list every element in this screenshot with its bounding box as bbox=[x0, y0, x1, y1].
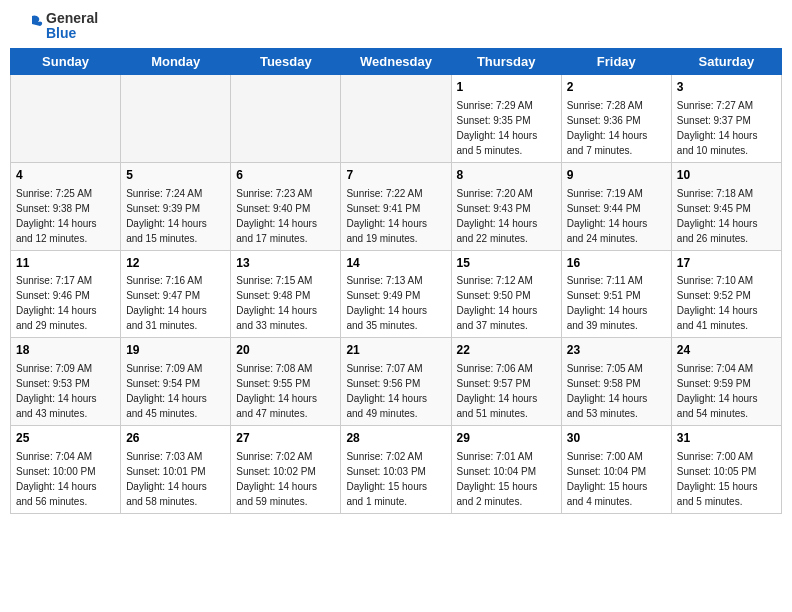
day-number: 9 bbox=[567, 167, 666, 184]
logo-bird-icon bbox=[14, 10, 46, 42]
day-info: Sunrise: 7:19 AM Sunset: 9:44 PM Dayligh… bbox=[567, 186, 666, 246]
weekday-header-row: SundayMondayTuesdayWednesdayThursdayFrid… bbox=[11, 49, 782, 75]
day-number: 17 bbox=[677, 255, 776, 272]
calendar-cell: 3Sunrise: 7:27 AM Sunset: 9:37 PM Daylig… bbox=[671, 75, 781, 163]
day-info: Sunrise: 7:13 AM Sunset: 9:49 PM Dayligh… bbox=[346, 273, 445, 333]
calendar-cell: 6Sunrise: 7:23 AM Sunset: 9:40 PM Daylig… bbox=[231, 162, 341, 250]
day-info: Sunrise: 7:17 AM Sunset: 9:46 PM Dayligh… bbox=[16, 273, 115, 333]
day-info: Sunrise: 7:02 AM Sunset: 10:02 PM Daylig… bbox=[236, 449, 335, 509]
calendar-cell: 16Sunrise: 7:11 AM Sunset: 9:51 PM Dayli… bbox=[561, 250, 671, 338]
day-info: Sunrise: 7:22 AM Sunset: 9:41 PM Dayligh… bbox=[346, 186, 445, 246]
calendar-cell: 26Sunrise: 7:03 AM Sunset: 10:01 PM Dayl… bbox=[121, 426, 231, 514]
day-info: Sunrise: 7:12 AM Sunset: 9:50 PM Dayligh… bbox=[457, 273, 556, 333]
day-info: Sunrise: 7:24 AM Sunset: 9:39 PM Dayligh… bbox=[126, 186, 225, 246]
day-info: Sunrise: 7:18 AM Sunset: 9:45 PM Dayligh… bbox=[677, 186, 776, 246]
logo-general-text: General bbox=[46, 11, 98, 26]
calendar-week-row: 1Sunrise: 7:29 AM Sunset: 9:35 PM Daylig… bbox=[11, 75, 782, 163]
day-number: 7 bbox=[346, 167, 445, 184]
day-number: 13 bbox=[236, 255, 335, 272]
calendar-cell: 14Sunrise: 7:13 AM Sunset: 9:49 PM Dayli… bbox=[341, 250, 451, 338]
calendar-cell bbox=[11, 75, 121, 163]
day-number: 8 bbox=[457, 167, 556, 184]
day-number: 22 bbox=[457, 342, 556, 359]
page-header: GeneralBlue bbox=[10, 10, 782, 42]
day-info: Sunrise: 7:27 AM Sunset: 9:37 PM Dayligh… bbox=[677, 98, 776, 158]
day-number: 26 bbox=[126, 430, 225, 447]
calendar-cell bbox=[341, 75, 451, 163]
day-info: Sunrise: 7:20 AM Sunset: 9:43 PM Dayligh… bbox=[457, 186, 556, 246]
day-number: 4 bbox=[16, 167, 115, 184]
calendar-cell: 10Sunrise: 7:18 AM Sunset: 9:45 PM Dayli… bbox=[671, 162, 781, 250]
day-number: 15 bbox=[457, 255, 556, 272]
calendar-cell: 1Sunrise: 7:29 AM Sunset: 9:35 PM Daylig… bbox=[451, 75, 561, 163]
weekday-header-thursday: Thursday bbox=[451, 49, 561, 75]
day-number: 14 bbox=[346, 255, 445, 272]
day-info: Sunrise: 7:23 AM Sunset: 9:40 PM Dayligh… bbox=[236, 186, 335, 246]
day-info: Sunrise: 7:09 AM Sunset: 9:53 PM Dayligh… bbox=[16, 361, 115, 421]
calendar-cell: 11Sunrise: 7:17 AM Sunset: 9:46 PM Dayli… bbox=[11, 250, 121, 338]
calendar-cell: 17Sunrise: 7:10 AM Sunset: 9:52 PM Dayli… bbox=[671, 250, 781, 338]
day-number: 25 bbox=[16, 430, 115, 447]
calendar-cell bbox=[231, 75, 341, 163]
day-number: 27 bbox=[236, 430, 335, 447]
day-info: Sunrise: 7:00 AM Sunset: 10:05 PM Daylig… bbox=[677, 449, 776, 509]
day-number: 29 bbox=[457, 430, 556, 447]
weekday-header-monday: Monday bbox=[121, 49, 231, 75]
calendar-cell: 29Sunrise: 7:01 AM Sunset: 10:04 PM Dayl… bbox=[451, 426, 561, 514]
day-info: Sunrise: 7:06 AM Sunset: 9:57 PM Dayligh… bbox=[457, 361, 556, 421]
day-number: 20 bbox=[236, 342, 335, 359]
calendar-week-row: 11Sunrise: 7:17 AM Sunset: 9:46 PM Dayli… bbox=[11, 250, 782, 338]
day-number: 11 bbox=[16, 255, 115, 272]
day-info: Sunrise: 7:01 AM Sunset: 10:04 PM Daylig… bbox=[457, 449, 556, 509]
day-info: Sunrise: 7:04 AM Sunset: 9:59 PM Dayligh… bbox=[677, 361, 776, 421]
calendar-cell: 30Sunrise: 7:00 AM Sunset: 10:04 PM Dayl… bbox=[561, 426, 671, 514]
calendar-cell: 24Sunrise: 7:04 AM Sunset: 9:59 PM Dayli… bbox=[671, 338, 781, 426]
day-info: Sunrise: 7:04 AM Sunset: 10:00 PM Daylig… bbox=[16, 449, 115, 509]
calendar-cell: 23Sunrise: 7:05 AM Sunset: 9:58 PM Dayli… bbox=[561, 338, 671, 426]
calendar-cell: 7Sunrise: 7:22 AM Sunset: 9:41 PM Daylig… bbox=[341, 162, 451, 250]
calendar-week-row: 18Sunrise: 7:09 AM Sunset: 9:53 PM Dayli… bbox=[11, 338, 782, 426]
day-number: 19 bbox=[126, 342, 225, 359]
weekday-header-sunday: Sunday bbox=[11, 49, 121, 75]
calendar-cell: 15Sunrise: 7:12 AM Sunset: 9:50 PM Dayli… bbox=[451, 250, 561, 338]
day-number: 16 bbox=[567, 255, 666, 272]
calendar-cell bbox=[121, 75, 231, 163]
logo: GeneralBlue bbox=[14, 10, 98, 42]
calendar-table: SundayMondayTuesdayWednesdayThursdayFrid… bbox=[10, 48, 782, 514]
calendar-cell: 12Sunrise: 7:16 AM Sunset: 9:47 PM Dayli… bbox=[121, 250, 231, 338]
calendar-cell: 8Sunrise: 7:20 AM Sunset: 9:43 PM Daylig… bbox=[451, 162, 561, 250]
day-info: Sunrise: 7:07 AM Sunset: 9:56 PM Dayligh… bbox=[346, 361, 445, 421]
calendar-cell: 31Sunrise: 7:00 AM Sunset: 10:05 PM Dayl… bbox=[671, 426, 781, 514]
calendar-cell: 21Sunrise: 7:07 AM Sunset: 9:56 PM Dayli… bbox=[341, 338, 451, 426]
calendar-cell: 28Sunrise: 7:02 AM Sunset: 10:03 PM Dayl… bbox=[341, 426, 451, 514]
calendar-cell: 2Sunrise: 7:28 AM Sunset: 9:36 PM Daylig… bbox=[561, 75, 671, 163]
weekday-header-wednesday: Wednesday bbox=[341, 49, 451, 75]
weekday-header-tuesday: Tuesday bbox=[231, 49, 341, 75]
day-number: 12 bbox=[126, 255, 225, 272]
day-info: Sunrise: 7:16 AM Sunset: 9:47 PM Dayligh… bbox=[126, 273, 225, 333]
day-info: Sunrise: 7:29 AM Sunset: 9:35 PM Dayligh… bbox=[457, 98, 556, 158]
weekday-header-friday: Friday bbox=[561, 49, 671, 75]
day-info: Sunrise: 7:10 AM Sunset: 9:52 PM Dayligh… bbox=[677, 273, 776, 333]
day-number: 10 bbox=[677, 167, 776, 184]
day-number: 2 bbox=[567, 79, 666, 96]
day-number: 28 bbox=[346, 430, 445, 447]
day-info: Sunrise: 7:28 AM Sunset: 9:36 PM Dayligh… bbox=[567, 98, 666, 158]
day-number: 30 bbox=[567, 430, 666, 447]
day-number: 1 bbox=[457, 79, 556, 96]
day-info: Sunrise: 7:09 AM Sunset: 9:54 PM Dayligh… bbox=[126, 361, 225, 421]
calendar-week-row: 25Sunrise: 7:04 AM Sunset: 10:00 PM Dayl… bbox=[11, 426, 782, 514]
day-number: 24 bbox=[677, 342, 776, 359]
day-info: Sunrise: 7:03 AM Sunset: 10:01 PM Daylig… bbox=[126, 449, 225, 509]
calendar-cell: 20Sunrise: 7:08 AM Sunset: 9:55 PM Dayli… bbox=[231, 338, 341, 426]
day-number: 3 bbox=[677, 79, 776, 96]
calendar-cell: 19Sunrise: 7:09 AM Sunset: 9:54 PM Dayli… bbox=[121, 338, 231, 426]
calendar-cell: 25Sunrise: 7:04 AM Sunset: 10:00 PM Dayl… bbox=[11, 426, 121, 514]
day-info: Sunrise: 7:05 AM Sunset: 9:58 PM Dayligh… bbox=[567, 361, 666, 421]
day-info: Sunrise: 7:00 AM Sunset: 10:04 PM Daylig… bbox=[567, 449, 666, 509]
day-info: Sunrise: 7:25 AM Sunset: 9:38 PM Dayligh… bbox=[16, 186, 115, 246]
weekday-header-saturday: Saturday bbox=[671, 49, 781, 75]
day-info: Sunrise: 7:11 AM Sunset: 9:51 PM Dayligh… bbox=[567, 273, 666, 333]
calendar-cell: 27Sunrise: 7:02 AM Sunset: 10:02 PM Dayl… bbox=[231, 426, 341, 514]
calendar-cell: 22Sunrise: 7:06 AM Sunset: 9:57 PM Dayli… bbox=[451, 338, 561, 426]
